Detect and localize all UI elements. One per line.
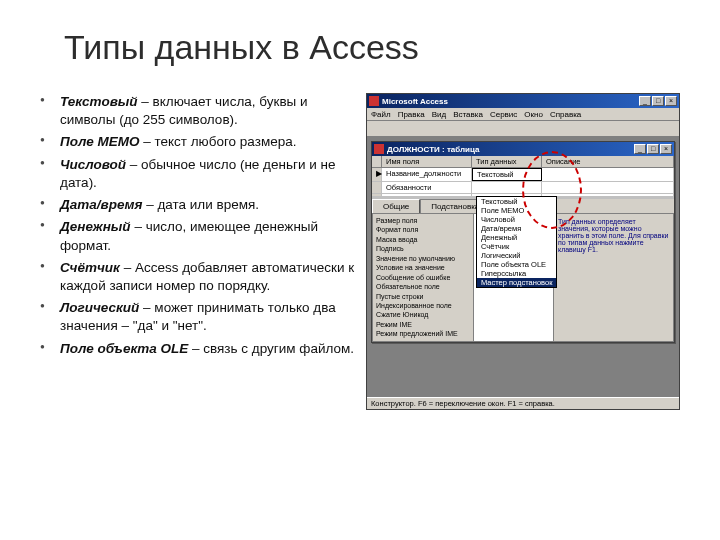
dropdown-option[interactable]: Числовой xyxy=(477,215,556,224)
help-text: Тип данных определяет значения, которые … xyxy=(553,214,673,341)
tab-general[interactable]: Общие xyxy=(372,199,420,213)
menu-item[interactable]: Вставка xyxy=(453,110,483,119)
toolbar-button[interactable] xyxy=(459,122,473,136)
dropdown-option[interactable]: Поле объекта OLE xyxy=(477,260,556,269)
toolbar-button[interactable] xyxy=(399,122,413,136)
toolbar-button[interactable] xyxy=(564,122,578,136)
dropdown-option[interactable]: Мастер подстановок xyxy=(477,278,556,287)
property-label: Сжатие Юникод xyxy=(376,310,470,319)
toolbar-button[interactable] xyxy=(429,122,443,136)
statusbar: Конструктор. F6 = переключение окон. F1 … xyxy=(367,397,679,409)
minimize-button[interactable]: _ xyxy=(639,96,651,106)
toolbar-button[interactable] xyxy=(504,122,518,136)
bullet-list: Текстовый – включает числа, буквы и симв… xyxy=(40,93,358,410)
toolbar-button[interactable] xyxy=(384,122,398,136)
toolbar xyxy=(367,121,679,137)
property-label: Маска ввода xyxy=(376,235,470,244)
screenshot-wrapper: Microsoft Access _ □ × ФайлПравкаВидВста… xyxy=(366,93,680,410)
menu-item[interactable]: Сервис xyxy=(490,110,517,119)
toolbar-button[interactable] xyxy=(414,122,428,136)
bullet-item: Счётчик – Access добавляет автоматически… xyxy=(40,259,358,295)
grid-row[interactable]: Обязанности xyxy=(372,182,674,194)
menu-item[interactable]: Правка xyxy=(398,110,425,119)
dropdown-option[interactable]: Денежный xyxy=(477,233,556,242)
property-label: Сообщение об ошибке xyxy=(376,273,470,282)
dropdown-option[interactable]: Текстовый xyxy=(477,197,556,206)
property-label: Значение по умолчанию xyxy=(376,254,470,263)
dropdown-option[interactable]: Поле МЕМО xyxy=(477,206,556,215)
menubar: ФайлПравкаВидВставкаСервисОкноСправка xyxy=(367,108,679,121)
child-minimize[interactable]: _ xyxy=(634,144,646,154)
row-selector[interactable]: ▶ xyxy=(372,168,382,181)
toolbar-button[interactable] xyxy=(369,122,383,136)
dropdown-option[interactable]: Счётчик xyxy=(477,242,556,251)
bullet-item: Числовой – обычное число (не деньги и не… xyxy=(40,156,358,192)
toolbar-button[interactable] xyxy=(489,122,503,136)
property-label: Размер поля xyxy=(376,216,470,225)
property-label: Условие на значение xyxy=(376,263,470,272)
property-label: Индексированное поле xyxy=(376,301,470,310)
toolbar-button[interactable] xyxy=(579,122,593,136)
app-title: Microsoft Access xyxy=(382,97,639,106)
property-label: Обязательное поле xyxy=(376,282,470,291)
toolbar-button[interactable] xyxy=(444,122,458,136)
bullet-item: Денежный – число, имеющее денежный форма… xyxy=(40,218,358,254)
bullet-item: Дата/время – дата или время. xyxy=(40,196,358,214)
table-design-window: ДОЛЖНОСТИ : таблица _ □ × Имя поля xyxy=(371,141,675,343)
menu-item[interactable]: Файл xyxy=(371,110,391,119)
toolbar-button[interactable] xyxy=(519,122,533,136)
app-icon xyxy=(369,96,379,106)
maximize-button[interactable]: □ xyxy=(652,96,664,106)
menu-item[interactable]: Вид xyxy=(432,110,446,119)
datatype-cell[interactable]: Текстовый xyxy=(472,168,542,181)
property-label: Формат поля xyxy=(376,225,470,234)
bullet-item: Поле МЕМО – текст любого размера. xyxy=(40,133,358,151)
bullet-item: Поле объекта OLE – связь с другим файлом… xyxy=(40,340,358,358)
datatype-dropdown[interactable]: ТекстовыйПоле МЕМОЧисловойДата/времяДене… xyxy=(476,196,557,288)
access-window: Microsoft Access _ □ × ФайлПравкаВидВста… xyxy=(366,93,680,410)
property-label: Пустые строки xyxy=(376,292,470,301)
dropdown-option[interactable]: Гиперссылка xyxy=(477,269,556,278)
design-grid: Имя поля Тип данных Описание ▶ Название_… xyxy=(372,156,674,197)
grid-row[interactable]: ▶ Название_должности Текстовый xyxy=(372,168,674,182)
menu-item[interactable]: Окно xyxy=(524,110,543,119)
child-title: ДОЛЖНОСТИ : таблица xyxy=(387,145,634,154)
property-label: Режим IME xyxy=(376,320,470,329)
grid-header: Имя поля Тип данных Описание xyxy=(372,156,674,168)
bullet-item: Логический – может принимать только два … xyxy=(40,299,358,335)
child-close[interactable]: × xyxy=(660,144,672,154)
close-button[interactable]: × xyxy=(665,96,677,106)
dropdown-option[interactable]: Логический xyxy=(477,251,556,260)
toolbar-button[interactable] xyxy=(474,122,488,136)
property-label: Подпись xyxy=(376,244,470,253)
property-label: Режим предложений IME xyxy=(376,329,470,338)
slide-title: Типы данных в Access xyxy=(64,28,680,67)
table-icon xyxy=(374,144,384,154)
child-maximize[interactable]: □ xyxy=(647,144,659,154)
bullet-item: Текстовый – включает числа, буквы и симв… xyxy=(40,93,358,129)
menu-item[interactable]: Справка xyxy=(550,110,581,119)
mdi-area: ДОЛЖНОСТИ : таблица _ □ × Имя поля xyxy=(367,137,679,397)
toolbar-button[interactable] xyxy=(549,122,563,136)
toolbar-button[interactable] xyxy=(534,122,548,136)
dropdown-option[interactable]: Дата/время xyxy=(477,224,556,233)
app-titlebar: Microsoft Access _ □ × xyxy=(367,94,679,108)
